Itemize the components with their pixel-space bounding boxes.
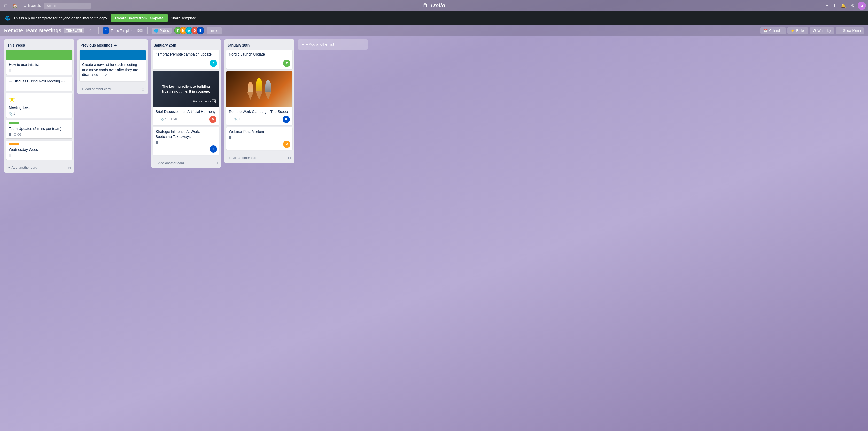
- card-meeting-lead[interactable]: ★ Meeting Lead 📎 1: [6, 93, 72, 118]
- template-icon-jan18: ⊡: [288, 156, 291, 160]
- card-meta-wednesday-woes: ☰: [9, 154, 70, 158]
- card-how-to-use[interactable]: How to use this list ☰: [6, 50, 72, 75]
- list-cards-jan25: #embraceremote campaign update A The key…: [151, 50, 221, 158]
- star-icon: ★: [9, 95, 70, 103]
- template-btn-jan25[interactable]: ⊡: [213, 159, 219, 166]
- list-menu-this-week[interactable]: ···: [64, 42, 71, 48]
- apps-button[interactable]: ⊞: [2, 2, 9, 10]
- card-avatar-strategic: E: [210, 146, 217, 153]
- add-card-jan18[interactable]: + Add another card: [226, 155, 259, 161]
- apps-icon: ⊞: [4, 3, 7, 8]
- list-menu-jan25[interactable]: ···: [211, 42, 218, 48]
- logo-text: Trello: [430, 2, 445, 9]
- template-btn-previous[interactable]: ⊡: [140, 86, 146, 93]
- settings-button[interactable]: ⚙: [849, 2, 857, 10]
- add-icon-jan25: +: [155, 161, 157, 165]
- card-meta-scoop: ☰ 📎 1 E: [229, 116, 290, 123]
- home-button[interactable]: 🏠: [10, 2, 20, 10]
- add-icon-this-week: +: [8, 166, 10, 170]
- add-icon: +: [826, 3, 829, 9]
- card-discuss[interactable]: --- Discuss During Next Meeting --- ☰: [6, 77, 72, 91]
- boards-button[interactable]: 🗂 Boards: [21, 2, 43, 9]
- desc-brief: ☰: [156, 118, 158, 121]
- search-input[interactable]: [44, 3, 91, 9]
- add-card-previous[interactable]: + Add another card: [80, 86, 113, 92]
- invite-button[interactable]: Invite: [207, 27, 222, 34]
- list-header-previous: Previous Meetings ➡ ···: [78, 39, 148, 50]
- workspace-icon: 🗒: [103, 27, 109, 34]
- boards-icon: 🗂: [23, 4, 26, 8]
- whereby-tool-button[interactable]: W Whereby: [810, 27, 834, 34]
- visibility-badge[interactable]: 🌐 Public: [152, 28, 171, 34]
- card-brief-discussion[interactable]: The key ingredient to building trust is …: [153, 71, 219, 125]
- card-remote-scoop[interactable]: Remote Work Campaign: The Scoop ☰ 📎 1 E: [226, 71, 292, 125]
- calendar-tool-button[interactable]: 📅 Calendar: [760, 27, 786, 34]
- template-btn-this-week[interactable]: ⊡: [67, 164, 72, 171]
- whereby-icon: W: [813, 29, 816, 33]
- add-card-this-week[interactable]: + Add another card: [6, 164, 39, 171]
- card-wednesday-woes[interactable]: Wednesday Woes ☰: [6, 141, 72, 160]
- user-avatar[interactable]: U: [858, 2, 866, 10]
- add-list-button[interactable]: + + Add another list: [298, 39, 368, 50]
- add-list-icon: +: [302, 42, 304, 47]
- butler-icon: ⚡: [790, 29, 795, 33]
- card-avatar-embrace: A: [210, 60, 217, 67]
- template-badge: TEMPLATE: [64, 28, 84, 33]
- card-meta-webinar: ☰: [229, 136, 290, 140]
- desc-icon-discuss: ☰: [9, 85, 11, 89]
- card-nordic-launch[interactable]: Nordic Launch Update T: [226, 50, 292, 69]
- card-title-webinar: Webinar Post-Mortem: [229, 129, 290, 134]
- show-menu-label: Show Menu: [843, 29, 861, 33]
- visibility-label: Public: [160, 29, 169, 33]
- divider2: [147, 27, 148, 34]
- checklist-brief: ☑ 0/8: [169, 118, 177, 121]
- member-avatar-5[interactable]: E: [197, 27, 204, 34]
- star-board-button[interactable]: ☆: [87, 27, 94, 34]
- settings-icon: ⚙: [851, 3, 855, 8]
- card-title-discuss: --- Discuss During Next Meeting ---: [9, 79, 70, 84]
- paperclip-icon: 📎: [9, 112, 13, 116]
- whereby-label: Whereby: [817, 29, 831, 33]
- card-meta-strategic: ☰: [156, 141, 216, 145]
- card-webinar-postmortem[interactable]: Webinar Post-Mortem ☰ M: [226, 127, 292, 150]
- add-list-label: + Add another list: [306, 42, 334, 47]
- list-header-jan18: January 18th ···: [224, 39, 294, 50]
- butler-tool-button[interactable]: ⚡ Butler: [787, 27, 808, 34]
- desc-team-updates: ☰: [9, 133, 11, 136]
- label-green-team-updates: [9, 122, 19, 124]
- board-header: Remote Team Meetings TEMPLATE ☆ 🗒 Trello…: [0, 25, 868, 36]
- board-header-right: 📅 Calendar ⚡ Butler W Whereby ··· Show M…: [760, 27, 864, 34]
- notification-button[interactable]: 🔔: [839, 2, 848, 10]
- add-card-jan25[interactable]: + Add another card: [153, 160, 186, 166]
- info-icon: ℹ: [834, 3, 835, 8]
- create-from-template-button[interactable]: Create Board from Template: [111, 14, 168, 22]
- template-btn-jan18[interactable]: ⊡: [287, 155, 292, 161]
- list-menu-previous[interactable]: ···: [138, 42, 145, 48]
- list-menu-jan18[interactable]: ···: [284, 42, 291, 48]
- add-icon-jan18: +: [228, 156, 230, 160]
- info-button[interactable]: ℹ: [832, 2, 838, 10]
- card-embrace-remote[interactable]: #embraceremote campaign update A: [153, 50, 219, 69]
- list-cards-this-week: How to use this list ☰ --- Discuss Durin…: [4, 50, 74, 163]
- workspace-code: BC: [137, 29, 143, 32]
- cone-3: [265, 80, 272, 100]
- card-avatar-brief: B: [209, 116, 216, 123]
- card-title-scoop: Remote Work Campaign: The Scoop: [229, 109, 290, 115]
- divider: [98, 27, 99, 34]
- card-title-nordic: Nordic Launch Update: [229, 52, 290, 57]
- card-avatar-nordic: T: [283, 60, 290, 67]
- card-strategic-influence[interactable]: Strategic Influence At Work: Bootcamp Ta…: [153, 127, 219, 155]
- checklist-icon-brief: ☑: [169, 118, 172, 121]
- stack-icon: ❏: [212, 98, 216, 104]
- card-title-meeting-lead: Meeting Lead: [9, 105, 70, 110]
- card-image-icecream: [226, 71, 292, 107]
- show-menu-button[interactable]: ··· Show Menu: [836, 27, 864, 34]
- list-footer-jan25: + Add another card ⊡: [151, 158, 221, 168]
- card-team-updates[interactable]: Team Updates (2 mins per team) ☰ ☑ 0/6: [6, 120, 72, 139]
- workspace-badge[interactable]: 🗒 Trello Templates BC: [103, 27, 143, 34]
- add-button[interactable]: +: [824, 1, 831, 10]
- card-create-new[interactable]: Create a new list for each meeting and m…: [80, 50, 146, 81]
- board-title: Remote Team Meetings: [4, 28, 61, 34]
- share-template-button[interactable]: Share Template: [171, 16, 196, 20]
- card-cover-green: [6, 50, 72, 60]
